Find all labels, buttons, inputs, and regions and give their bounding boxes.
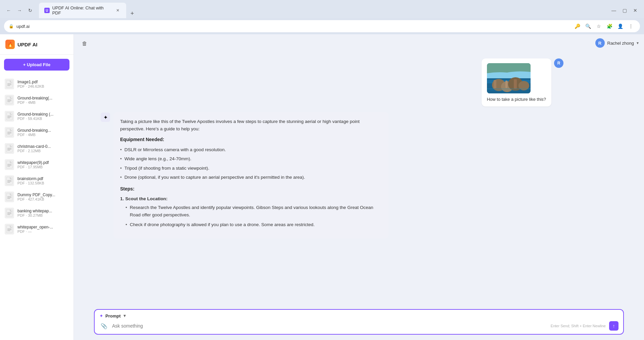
- user-header[interactable]: R Rachel zhong ▾: [595, 38, 639, 48]
- svg-rect-47: [494, 80, 496, 88]
- active-tab[interactable]: U UPDF AI Online: Chat with PDF ✕: [39, 3, 126, 18]
- svg-rect-12: [6, 129, 12, 136]
- file-name: banking whitepap...: [17, 209, 69, 213]
- file-info: brainstorm.pdf PDF · 132.58KB: [17, 176, 69, 185]
- svg-rect-4: [6, 96, 12, 104]
- file-name: christmas-card-0...: [17, 144, 69, 149]
- app-body: 🔥 UPDF AI + Upload File Image1.pdf PDF ·…: [0, 34, 644, 340]
- list-item[interactable]: Ground-breaking (... PDF · 59.41KB: [0, 108, 73, 124]
- menu-icon[interactable]: ⋮: [627, 22, 635, 31]
- zoom-icon[interactable]: 🔍: [584, 22, 592, 31]
- equipment-title: Equipment Needed:: [120, 136, 382, 143]
- chat-area: R: [74, 53, 644, 309]
- tab-close-button[interactable]: ✕: [115, 7, 121, 13]
- list-item[interactable]: banking whitepap... PDF · 30.27MB: [0, 205, 73, 221]
- svg-text:✦: ✦: [103, 115, 108, 120]
- tab-bar: ← → ↻ U UPDF AI Online: Chat with PDF ✕ …: [0, 3, 644, 18]
- file-meta: PDF · 4MB: [17, 133, 69, 137]
- file-meta: PDF · —: [17, 229, 69, 233]
- list-item[interactable]: Dummy PDF_Copy... PDF · 427.41KB: [0, 189, 73, 205]
- svg-rect-0: [6, 80, 12, 88]
- svg-rect-16: [6, 145, 12, 152]
- file-meta: PDF · 132.58KB: [17, 181, 69, 185]
- list-item[interactable]: brainstorm.pdf PDF · 132.58KB: [0, 173, 73, 189]
- delete-button[interactable]: 🗑: [79, 38, 90, 49]
- list-item[interactable]: Ground-breaking(... PDF · 4MB: [0, 92, 73, 108]
- list-item: Check if drone photography is allowed if…: [126, 221, 382, 228]
- svg-rect-20: [6, 161, 12, 168]
- attach-button[interactable]: 📎: [99, 321, 109, 331]
- file-meta: PDF · 59.41KB: [17, 117, 69, 121]
- address-bar[interactable]: 🔒 updf.ai 🔑 🔍 ☆ 🧩 👤 ⋮: [4, 20, 640, 32]
- profile-icon[interactable]: 👤: [616, 22, 625, 31]
- file-info: christmas-card-0... PDF · 2.12MB: [17, 144, 69, 153]
- steps-title: Steps:: [120, 185, 382, 193]
- ai-icon: ✦: [101, 113, 110, 122]
- prompt-dropdown[interactable]: ▼: [123, 313, 127, 318]
- sidebar-header: 🔥 UPDF AI: [0, 34, 73, 55]
- step-header: Scout the Location:: [120, 195, 382, 203]
- list-item: Scout the Location:Research the Twelve A…: [120, 195, 382, 228]
- ai-bubble: Taking a picture like this of the Twelve…: [113, 112, 389, 239]
- steps-list: Scout the Location:Research the Twelve A…: [120, 195, 382, 228]
- maximize-button[interactable]: ▢: [620, 6, 629, 15]
- svg-rect-51: [490, 90, 517, 91]
- main-toolbar: 🗑: [74, 34, 644, 53]
- main-content: 🗑 R Rachel zhong ▾ R: [74, 34, 644, 340]
- svg-rect-36: [6, 225, 12, 233]
- file-icon: [5, 127, 14, 138]
- file-icon: [5, 208, 14, 218]
- back-button[interactable]: ←: [4, 6, 13, 15]
- prompt-header: ✦ Prompt ▼: [99, 313, 618, 318]
- svg-rect-49: [514, 79, 517, 89]
- list-item[interactable]: christmas-card-0... PDF · 2.12MB: [0, 140, 73, 157]
- password-icon[interactable]: 🔑: [573, 22, 582, 31]
- file-info: Ground-breaking (... PDF · 59.41KB: [17, 112, 69, 121]
- url-text: updf.ai: [16, 24, 570, 29]
- lock-icon: 🔒: [9, 24, 14, 29]
- prompt-input-row: 📎 Enter Send; Shift + Enter Newline ↑: [99, 321, 618, 331]
- forward-button[interactable]: →: [15, 6, 24, 15]
- list-item[interactable]: whitepaper(9).pdf PDF · 17.95MB: [0, 157, 73, 173]
- file-list: Image1.pdf PDF · 246.62KB Ground-breakin…: [0, 75, 73, 340]
- new-tab-button[interactable]: +: [128, 9, 137, 18]
- user-name: Rachel zhong: [607, 41, 634, 46]
- user-avatar: R: [595, 38, 605, 48]
- list-item[interactable]: Image1.pdf PDF · 246.62KB: [0, 76, 73, 92]
- address-actions: 🔑 🔍 ☆ 🧩 👤 ⋮: [573, 22, 635, 31]
- file-info: Dummy PDF_Copy... PDF · 427.41KB: [17, 193, 69, 201]
- prompt-hint: Enter Send; Shift + Enter Newline: [551, 324, 606, 328]
- file-icon: [5, 95, 14, 105]
- file-meta: PDF · 4MB: [17, 100, 69, 104]
- upload-file-button[interactable]: + Upload File: [4, 59, 69, 71]
- minimize-button[interactable]: —: [609, 6, 618, 15]
- file-name: brainstorm.pdf: [17, 176, 69, 181]
- file-meta: PDF · 2.12MB: [17, 149, 69, 153]
- file-info: whitepaper(9).pdf PDF · 17.95MB: [17, 160, 69, 169]
- svg-rect-8: [6, 113, 12, 120]
- file-name: Ground-breaking(...: [17, 96, 69, 100]
- file-icon: [5, 192, 14, 202]
- prompt-input[interactable]: [112, 323, 547, 329]
- file-name: Ground-breaking (...: [17, 112, 69, 117]
- tab-list: U UPDF AI Online: Chat with PDF ✕ +: [39, 3, 608, 18]
- user-message: R: [101, 58, 563, 107]
- list-item[interactable]: Ground-breaking... PDF · 4MB: [0, 124, 73, 140]
- extensions-icon[interactable]: 🧩: [605, 22, 614, 31]
- message-bubble: How to take a picture like this?: [482, 58, 551, 107]
- sidebar: 🔥 UPDF AI + Upload File Image1.pdf PDF ·…: [0, 34, 74, 340]
- list-item: Research the Twelve Apostles and identif…: [126, 204, 382, 218]
- bookmark-icon[interactable]: ☆: [594, 22, 603, 31]
- file-icon: [5, 143, 14, 154]
- send-button[interactable]: ↑: [609, 321, 618, 331]
- file-icon: [5, 159, 14, 170]
- file-meta: PDF · 246.62KB: [17, 84, 69, 88]
- list-item: Wide angle lens (e.g., 24-70mm).: [120, 155, 382, 163]
- sidebar-title: UPDF AI: [17, 42, 37, 47]
- list-item: Tripod (if shooting from a static viewpo…: [120, 165, 382, 172]
- prompt-label: Prompt: [105, 313, 121, 318]
- close-window-button[interactable]: ✕: [631, 6, 640, 15]
- list-item[interactable]: whitepaper_open-... PDF · —: [0, 221, 73, 237]
- file-icon: [5, 224, 14, 235]
- refresh-button[interactable]: ↻: [26, 6, 35, 15]
